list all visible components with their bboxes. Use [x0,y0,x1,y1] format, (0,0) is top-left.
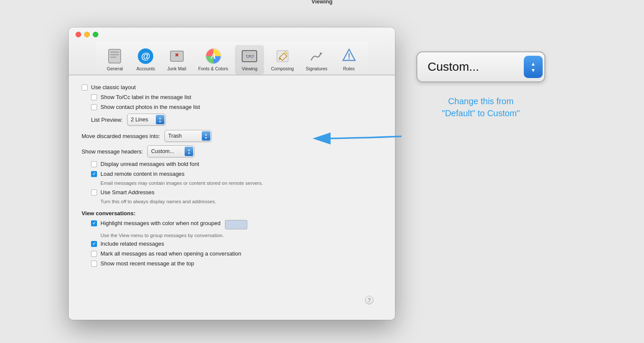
rules-label: Rules [343,66,355,71]
mark-all-read-row: Mark all messages as read when opening a… [82,250,382,257]
color-swatch[interactable] [225,220,247,229]
show-contact-photos-row: Show contact photos in the message list [82,104,382,110]
load-remote-row: Load remote content in messages [82,171,382,177]
list-preview-row: List Preview: 2 Lines ▲ ▼ [82,114,382,126]
sidebar-item-rules[interactable]: Rules [334,45,364,75]
content-body: Use classic layout Show To/Cc label in t… [82,84,382,311]
maximize-button[interactable] [93,32,98,37]
sidebar-item-fonts[interactable]: A Fonts & Colors [193,45,233,75]
list-preview-label: List Preview: [91,117,123,123]
preferences-window: Viewing General @ Accounts [69,27,395,320]
load-remote-text: Load remote content in messages [100,171,185,177]
view-conversations-label: View conversations: [82,210,382,217]
highlight-messages-row: Highlight messages with color when not g… [82,220,382,229]
display-unread-row: Display unread messages with bold font [82,161,382,167]
fonts-label: Fonts & Colors [198,66,228,71]
include-related-text: Include related messages [100,241,164,247]
show-tocc-checkbox[interactable] [91,94,97,100]
sidebar-item-accounts[interactable]: @ Accounts [131,45,160,75]
smart-addresses-label[interactable]: Use Smart Addresses [91,189,155,196]
move-discarded-row: Move discarded messages into: Trash ▲ ▼ [82,130,382,142]
minimize-button[interactable] [84,32,90,37]
show-most-recent-checkbox[interactable] [91,261,97,267]
display-unread-text: Display unread messages with bold font [100,161,199,167]
mark-all-read-label[interactable]: Mark all messages as read when opening a… [91,250,241,257]
smart-addresses-checkbox[interactable] [91,190,97,196]
show-most-recent-row: Show most recent message at the top [82,260,382,267]
show-tocc-label[interactable]: Show To/Cc label in the message list [91,94,191,100]
help-button[interactable]: ? [365,296,374,304]
junkmail-label: Junk Mail [167,66,186,71]
display-unread-label[interactable]: Display unread messages with bold font [91,161,199,167]
list-preview-arrows: ▲ ▼ [156,115,164,124]
arrow-up-icon: ▲ [158,117,161,120]
classic-layout-label[interactable]: Use classic layout [82,84,136,90]
fonts-icon: A [205,48,222,65]
smart-addresses-row: Use Smart Addresses [82,189,382,196]
show-headers-label: Show message headers: [82,148,143,155]
load-remote-label[interactable]: Load remote content in messages [91,171,185,177]
composing-label: Composing [271,66,294,71]
sidebar-item-viewing[interactable]: 👓 Viewing [235,45,264,75]
custom-dropdown-callout[interactable]: Custom... ▲ ▼ [416,51,545,82]
show-tocc-row: Show To/Cc label in the message list [82,94,382,100]
list-preview-value: 2 Lines [131,117,154,123]
sidebar-item-composing[interactable]: Composing [266,45,299,75]
close-button[interactable] [76,32,81,37]
list-preview-select[interactable]: 2 Lines ▲ ▼ [127,114,166,126]
arrow-up-icon: ▲ [204,133,207,136]
svg-rect-0 [109,49,121,63]
arrow-down-icon: ▼ [204,136,207,139]
show-most-recent-label[interactable]: Show most recent message at the top [91,260,194,267]
svg-text:A: A [210,52,216,60]
accounts-label: Accounts [137,66,155,71]
sidebar-item-junkmail[interactable]: Junk Mail [162,45,191,75]
svg-point-21 [348,58,349,60]
show-most-recent-text: Show most recent message at the top [100,260,194,267]
sidebar-item-signatures[interactable]: Signatures [301,45,332,75]
svg-rect-2 [110,54,119,55]
viewing-label: Viewing [242,66,258,71]
arrow-down-icon: ▼ [158,120,161,123]
display-unread-checkbox[interactable] [91,161,97,167]
titlebar: Viewing General @ Accounts [69,27,395,75]
load-remote-checkbox[interactable] [91,171,97,177]
signatures-label: Signatures [306,66,327,71]
smart-addresses-subtext: Turn this off to always display names an… [100,199,382,204]
side-panel: Custom... ▲ ▼ Change this from "Default"… [416,51,545,119]
composing-icon [274,48,291,65]
svg-text:👓: 👓 [246,52,254,60]
show-headers-select[interactable]: Custom... ▲ ▼ [147,145,194,157]
highlight-messages-subtext: Use the View menu to group messages by c… [100,233,382,238]
move-discarded-select[interactable]: Trash ▲ ▼ [164,130,212,142]
show-contact-photos-label[interactable]: Show contact photos in the message list [91,104,200,110]
preferences-content: Use classic layout Show To/Cc label in t… [69,75,395,320]
show-headers-value: Custom... [151,148,183,154]
show-tocc-text: Show To/Cc label in the message list [100,94,191,100]
classic-layout-row: Use classic layout [82,84,382,90]
sidebar-item-general[interactable]: General [100,45,129,75]
load-remote-subtext: Email messages may contain images or con… [100,181,382,186]
arrow-up-icon: ▲ [188,148,191,151]
include-related-label[interactable]: Include related messages [91,241,164,247]
show-contact-photos-checkbox[interactable] [91,104,97,110]
highlight-messages-checkbox[interactable] [91,220,97,226]
signatures-icon [308,48,325,65]
annotation-line2: "Default" to Custom" [442,107,519,119]
classic-layout-checkbox[interactable] [82,84,88,90]
general-label: General [107,66,123,71]
svg-rect-3 [110,57,116,58]
rules-icon [340,48,358,65]
move-discarded-value: Trash [168,133,200,139]
include-related-checkbox[interactable] [91,241,97,247]
show-contact-photos-text: Show contact photos in the message list [100,104,200,110]
custom-dropdown-arrows: ▲ ▼ [524,56,543,78]
highlight-messages-text: Highlight messages with color when not g… [100,220,221,226]
mark-all-read-checkbox[interactable] [91,251,97,257]
annotation-text-block: Change this from "Default" to Custom" [442,95,519,119]
show-headers-arrows: ▲ ▼ [185,147,193,156]
junkmail-icon [168,48,185,65]
highlight-messages-label[interactable]: Highlight messages with color when not g… [91,220,221,226]
move-discarded-arrows: ▲ ▼ [202,131,210,141]
arrow-down-icon: ▼ [188,152,191,155]
